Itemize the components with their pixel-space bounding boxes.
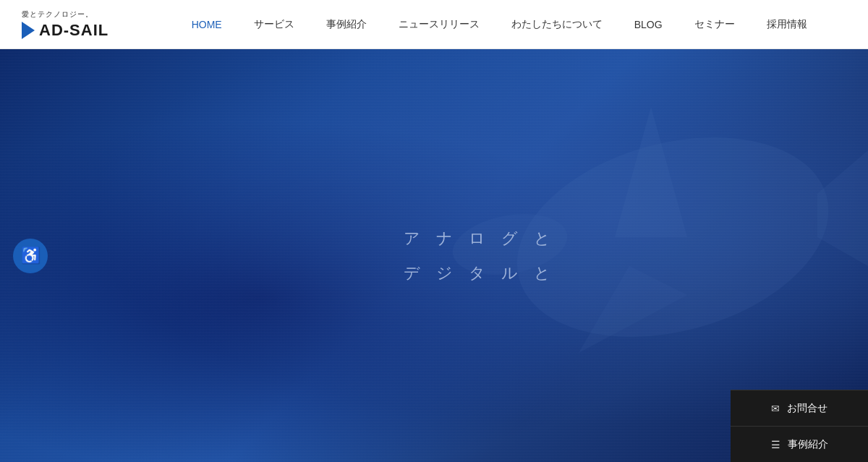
float-buttons: ✉ お問合せ ☰ 事例紹介	[731, 390, 868, 462]
accessibility-icon: ♿	[21, 248, 41, 264]
hero-text: ア ナ ロ グ と デ ジ タ ル と	[404, 221, 556, 291]
nav-item-recruit[interactable]: 採用情報	[751, 0, 823, 49]
hero-line2: デ ジ タ ル と	[404, 256, 556, 291]
hero-section: ア ナ ロ グ と デ ジ タ ル と ♿ ✉ お問合せ ☰ 事例紹介	[0, 49, 868, 462]
nav-item-cases[interactable]: 事例紹介	[310, 0, 383, 49]
header: 愛とテクノロジー。 AD-SAIL HOME サービス 事例紹介 ニュースリリー…	[0, 0, 868, 49]
logo-brand[interactable]: AD-SAIL	[22, 21, 109, 40]
nav-item-news[interactable]: ニュースリリース	[383, 0, 495, 49]
mail-icon: ✉	[771, 403, 780, 414]
cases-button[interactable]: ☰ 事例紹介	[731, 426, 868, 462]
hero-line1: ア ナ ロ グ と	[404, 221, 556, 255]
nav-item-service[interactable]: サービス	[238, 0, 310, 49]
nav-item-seminar[interactable]: セミナー	[678, 0, 751, 49]
logo-triangle-icon	[22, 22, 35, 39]
list-icon: ☰	[771, 439, 780, 450]
logo-tagline: 愛とテクノロジー。	[22, 9, 93, 20]
main-nav: HOME サービス 事例紹介 ニュースリリース わたしたちについて BLOG セ…	[152, 0, 846, 49]
accessibility-button[interactable]: ♿	[13, 239, 48, 273]
nav-item-blog[interactable]: BLOG	[618, 0, 678, 49]
logo-text: AD-SAIL	[39, 21, 109, 40]
logo-area: 愛とテクノロジー。 AD-SAIL	[22, 9, 109, 40]
nav-item-about[interactable]: わたしたちについて	[495, 0, 618, 49]
nav-item-home[interactable]: HOME	[176, 0, 238, 49]
cases-label: 事例紹介	[788, 438, 828, 451]
contact-label: お問合せ	[787, 402, 827, 415]
contact-button[interactable]: ✉ お問合せ	[731, 390, 868, 426]
